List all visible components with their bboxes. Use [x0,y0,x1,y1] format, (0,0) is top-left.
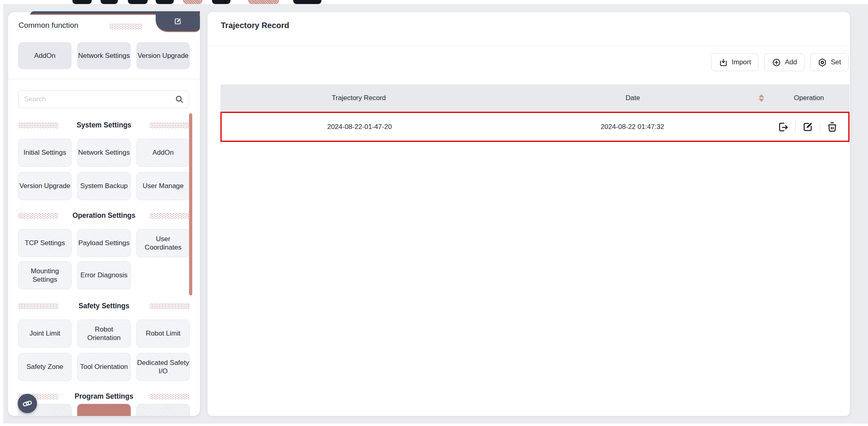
section-header-system-settings: System Settings [18,121,190,129]
divider [820,121,820,133]
import-button[interactable]: Import [711,53,759,71]
sidebar-item-robot-limit[interactable]: Robot Limit [136,320,190,348]
section-grid: Initial Settings Network Settings AddOn [18,139,190,167]
trajectory-record-panel: Trajectory Record Import Add [208,12,850,416]
dots-decoration [18,213,58,219]
cell-operation [767,113,848,141]
top-tab [156,0,174,4]
sidebar-item-mounting-settings[interactable]: Mounting Settings [18,261,72,289]
sidebar-item-addon[interactable]: AddOn [136,139,190,167]
quick-button-addon[interactable]: AddOn [18,42,72,69]
sidebar-item-trajectory-record-active[interactable] [77,404,131,416]
sidebar-item-safety-zone[interactable]: Safety Zone [18,353,72,381]
sidebar-item-user-coordinates[interactable]: User Coordinates [136,229,190,257]
section-header-program-settings: Program Settings [18,392,190,400]
export-icon[interactable] [775,119,792,135]
section-title: Safety Settings [78,302,129,310]
edit-panel-button[interactable] [156,11,200,32]
section-grid: TCP Settings Payload Settings User Coord… [18,229,190,257]
section-title: Operation Settings [72,211,136,220]
table-header-row: Trajectory Record Date Operation [220,84,849,112]
sidebar-item-dedicated-safety-io[interactable]: Dedicated Safety I/O [136,353,190,381]
sidebar-item-joint-limit[interactable]: Joint Limit [18,320,72,348]
dots-decoration [150,213,190,219]
section-grid: Version Upgrade System Backup User Manag… [18,172,190,200]
import-button-label: Import [732,58,751,66]
sidebar-item-user-manage[interactable]: User Manage [136,172,190,200]
dots-decoration [150,393,190,399]
sidebar-item-payload-settings[interactable]: Payload Settings [77,229,131,257]
dots-decoration [150,122,190,128]
search-input[interactable] [18,90,189,108]
column-header-operation: Operation [768,84,849,112]
table-row-selected[interactable]: 2024-08-22-01-47-20 2024-08-22 01:47:32 [220,112,849,142]
toolbar: Import Add Set [711,53,849,71]
top-tab [101,0,118,4]
top-tab [293,0,321,4]
dots-decoration [18,122,58,128]
quick-buttons-row: AddOn Network Settings Version Upgrade [18,42,190,69]
sidebar-item-tcp-settings[interactable]: TCP Settings [18,229,72,257]
section-header-safety-settings: Safety Settings [18,302,190,310]
top-tab [183,0,202,4]
sort-descending-icon[interactable] [759,99,764,102]
link-icon [22,398,33,409]
divider [8,79,200,79]
top-tab [248,0,279,4]
section-grid [18,404,190,416]
section-grid: Safety Zone Tool Orientation Dedicated S… [18,353,190,381]
sidebar-item-partial[interactable] [136,404,190,416]
settings-nut-icon [818,58,827,67]
quick-button-network-settings[interactable]: Network Settings [77,42,131,69]
floating-action-button[interactable] [18,394,37,413]
page-title: Trajectory Record [221,21,289,30]
sidebar-item-initial-settings[interactable]: Initial Settings [18,139,72,167]
section-title: System Settings [76,121,131,129]
edit-icon [173,17,182,26]
sidebar-item-network-settings[interactable]: Network Settings [77,139,131,167]
search-box [18,90,189,108]
sort-ascending-icon[interactable] [759,94,764,98]
set-button[interactable]: Set [810,53,849,71]
divider [795,121,796,133]
top-tab [128,0,148,4]
cell-trajectory-record: 2024-08-22-01-47-20 [222,113,498,141]
common-function-panel: Common function AddOn Network Settings V… [8,12,200,416]
panel-title: Common function [19,21,78,30]
section-title: Program Settings [75,392,134,401]
trajectory-table: Trajectory Record Date Operation 2024-08… [220,84,849,142]
section-grid: Mounting Settings Error Diagnosis [18,261,190,289]
divider [208,45,850,46]
sidebar-item-error-diagnosis[interactable]: Error Diagnosis [77,261,131,289]
cell-date: 2024-08-22 01:47:32 [498,113,767,141]
dots-decoration [18,303,58,309]
import-icon [719,58,728,67]
top-tab [72,0,92,4]
sort-arrows-icon[interactable] [759,94,764,102]
add-button-label: Add [785,58,797,66]
column-header-date-label: Date [625,94,640,102]
sidebar-item-system-backup[interactable]: System Backup [77,172,131,200]
quick-button-version-upgrade[interactable]: Version Upgrade [136,42,190,69]
column-header-trajectory-record: Trajectory Record [220,84,497,112]
set-button-label: Set [831,58,841,66]
edit-icon[interactable] [799,119,816,135]
trash-icon[interactable] [824,119,841,135]
add-plus-icon [772,58,781,67]
section-header-operation-settings: Operation Settings [18,211,190,219]
sidebar-item-tool-orientation[interactable]: Tool Orientation [77,353,131,381]
dots-decoration [109,23,142,29]
sidebar-item-version-upgrade[interactable]: Version Upgrade [18,172,72,200]
column-header-date: Date [497,84,768,112]
sidebar-scrollbar-thumb[interactable] [189,113,192,295]
dots-decoration [150,303,190,309]
section-grid: Joint Limit Robot Orientation Robot Limi… [18,320,190,348]
add-button[interactable]: Add [764,53,804,71]
sidebar-item-robot-orientation[interactable]: Robot Orientation [77,320,131,348]
search-icon[interactable] [175,94,184,104]
top-tab [212,0,230,4]
